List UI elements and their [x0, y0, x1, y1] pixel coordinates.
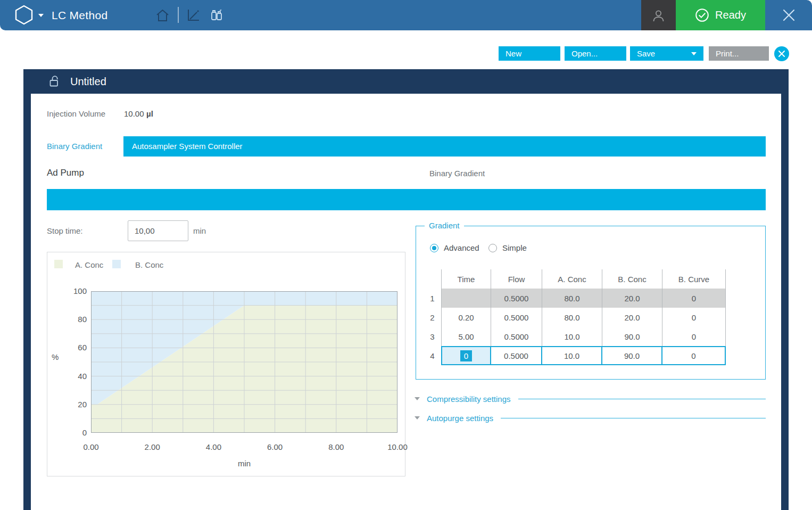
- save-dropdown-caret-icon[interactable]: [691, 52, 697, 55]
- mode-advanced-label: Advanced: [444, 243, 479, 252]
- stop-time-label: Stop time:: [47, 226, 83, 235]
- status-text: Ready: [715, 9, 746, 21]
- cell-a-conc[interactable]: 10.0: [542, 346, 602, 365]
- cell-b-conc[interactable]: 90.0: [602, 346, 662, 365]
- injection-volume-number: 10.00: [124, 109, 144, 118]
- pump-section-bar[interactable]: [47, 189, 766, 210]
- editing-cell-value[interactable]: 0: [460, 350, 472, 361]
- open-button-label: Open...: [571, 49, 598, 58]
- gradient-groupbox-title: Gradient: [425, 221, 464, 230]
- tab-binary-gradient[interactable]: Binary Gradient: [47, 136, 102, 157]
- y-tick-label: 20: [63, 400, 87, 409]
- radio-selected-icon: [430, 244, 438, 252]
- table-row: 1 0.5000 80.0 20.0 0: [424, 289, 726, 308]
- cell-b-curve[interactable]: 0: [662, 289, 726, 308]
- cell-flow[interactable]: 0.5000: [491, 327, 542, 346]
- tab-autosampler-system-controller[interactable]: Autosampler System Controller: [123, 136, 766, 157]
- mode-advanced-radio[interactable]: Advanced: [430, 243, 479, 252]
- table-row: 2 0.20 0.5000 80.0 20.0 0: [424, 308, 726, 327]
- pump-section-title: Ad Pump: [47, 168, 84, 178]
- cell-b-curve[interactable]: 0: [662, 327, 726, 346]
- cell-b-conc[interactable]: 20.0: [602, 289, 662, 308]
- y-tick-label: 80: [63, 315, 87, 324]
- status-indicator[interactable]: Ready: [676, 0, 765, 30]
- home-icon[interactable]: [155, 9, 170, 22]
- method-header: Untitled: [23, 69, 789, 94]
- cell-time-editing[interactable]: 0: [441, 346, 491, 365]
- vials-icon[interactable]: [210, 8, 223, 22]
- autopurge-settings-link[interactable]: Autopurge settings: [427, 414, 493, 423]
- col-header-b-curve: B. Curve: [662, 269, 726, 289]
- gradient-plot: [91, 291, 397, 433]
- new-button-label: New: [506, 49, 521, 58]
- panel-border-left: [23, 94, 31, 510]
- legend-b-conc-swatch: [112, 260, 121, 268]
- gradient-table-header: Time Flow A. Conc B. Conc B. Curve: [424, 269, 726, 289]
- cell-b-curve[interactable]: 0: [662, 346, 726, 365]
- print-button-label: Print...: [716, 49, 739, 58]
- stop-time-input[interactable]: [128, 220, 188, 241]
- cell-a-conc[interactable]: 80.0: [542, 289, 602, 308]
- col-header-time: Time: [441, 269, 491, 289]
- x-axis-label: min: [234, 459, 255, 468]
- x-tick-label: 10.00: [387, 442, 408, 451]
- injection-volume-label: Injection Volume: [47, 109, 105, 118]
- clear-button[interactable]: [774, 46, 789, 61]
- col-header-a-conc: A. Conc: [542, 269, 602, 289]
- row-number: 2: [424, 308, 441, 327]
- new-button[interactable]: New: [499, 46, 560, 61]
- cell-a-conc[interactable]: 10.0: [542, 327, 602, 346]
- compressibility-settings-link[interactable]: Compressibility settings: [427, 394, 511, 404]
- injection-volume-value: 10.00 µl: [124, 109, 153, 119]
- app-menu-caret-icon[interactable]: [38, 14, 44, 17]
- x-tick-label: 8.00: [328, 442, 344, 451]
- cell-a-conc[interactable]: 80.0: [542, 308, 602, 327]
- close-icon[interactable]: [782, 8, 796, 22]
- row-number: 3: [424, 327, 441, 346]
- topbar-separator: [178, 7, 179, 23]
- legend-a-conc-label: A. Conc: [75, 260, 103, 269]
- cell-time[interactable]: [441, 289, 491, 308]
- title-bar: LC Method Ready: [0, 0, 812, 30]
- save-button[interactable]: Save: [630, 46, 703, 61]
- app-root: LC Method Ready: [0, 0, 812, 510]
- gradient-chart-icon[interactable]: [186, 7, 201, 22]
- cell-time[interactable]: 0.20: [441, 308, 491, 327]
- user-icon: [651, 9, 666, 22]
- collapse-caret-icon[interactable]: [415, 397, 420, 400]
- x-tick-label: 4.00: [206, 442, 221, 451]
- document-title: Untitled: [70, 76, 106, 88]
- row-number: 4: [424, 346, 441, 365]
- pump-section-subtitle: Binary Gradient: [429, 169, 485, 178]
- x-tick-label: 6.00: [267, 442, 283, 451]
- section-rule: [501, 418, 766, 418]
- legend-b-conc-label: B. Conc: [135, 260, 163, 269]
- y-tick-label: 100: [63, 286, 87, 295]
- gradient-table: Time Flow A. Conc B. Conc B. Curve 1 0.5…: [424, 269, 726, 365]
- cell-b-conc[interactable]: 20.0: [602, 308, 662, 327]
- cell-flow[interactable]: 0.5000: [491, 346, 542, 365]
- cell-flow[interactable]: 0.5000: [491, 289, 542, 308]
- collapse-caret-icon[interactable]: [415, 416, 420, 419]
- save-button-label: Save: [637, 49, 655, 58]
- table-row-editing: 4 0 0.5000 10.0 90.0 0: [424, 346, 726, 365]
- x-tick-label: 0.00: [83, 442, 98, 451]
- user-button[interactable]: [641, 0, 676, 30]
- compressibility-settings-section: Compressibility settings: [415, 393, 766, 405]
- table-row: 3 5.00 0.5000 10.0 90.0 0: [424, 327, 726, 346]
- cell-b-curve[interactable]: 0: [662, 308, 726, 327]
- clear-x-icon: [778, 51, 785, 57]
- ready-check-icon: [695, 8, 709, 22]
- cell-time[interactable]: 5.00: [441, 327, 491, 346]
- print-button[interactable]: Print...: [709, 46, 769, 61]
- x-tick-label: 2.00: [145, 442, 160, 451]
- row-number-header: [424, 269, 441, 289]
- y-axis-label: %: [52, 352, 68, 361]
- open-button[interactable]: Open...: [565, 46, 626, 61]
- hexagon-logo-icon[interactable]: [14, 5, 34, 25]
- mode-simple-radio[interactable]: Simple: [488, 243, 527, 252]
- lock-open-icon[interactable]: [48, 75, 61, 88]
- cell-b-conc[interactable]: 90.0: [602, 327, 662, 346]
- cell-flow[interactable]: 0.5000: [491, 308, 542, 327]
- y-tick-label: 60: [63, 343, 87, 352]
